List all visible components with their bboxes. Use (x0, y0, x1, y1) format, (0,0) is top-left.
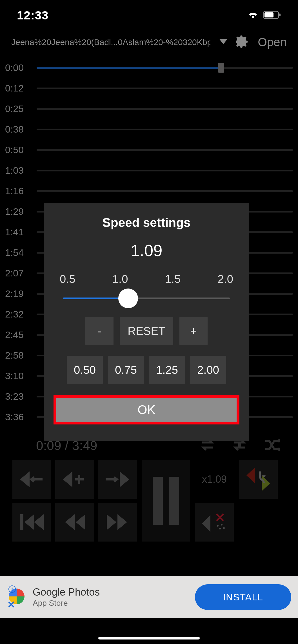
ad-install-button[interactable]: INSTALL (195, 584, 291, 610)
speed-settings-dialog: Speed settings 1.09 0.5 1.0 1.5 2.0 - RE… (44, 203, 249, 441)
battery-icon (263, 10, 281, 21)
speed-plus-button[interactable]: + (179, 317, 208, 345)
track-row[interactable]: 0:38 (5, 119, 293, 140)
track-time-label: 0:50 (5, 144, 30, 155)
tick-2: 1.5 (165, 273, 181, 285)
pause-bar-left (153, 477, 163, 525)
ad-info-icon[interactable]: i (8, 585, 16, 593)
track-time-label: 0:00 (5, 62, 30, 73)
tick-1: 1.0 (112, 273, 128, 285)
track-time-label: 2:45 (5, 329, 30, 340)
status-time: 12:33 (17, 9, 48, 22)
pause-button[interactable] (142, 460, 190, 542)
controls-panel: x1.09 (0, 454, 298, 542)
track-time-label: 3:36 (5, 412, 30, 422)
prev-track-button[interactable] (12, 503, 51, 542)
track-time-label: 0:25 (5, 103, 30, 114)
ad-subtitle: App Store (33, 599, 195, 608)
track-time-label: 2:07 (5, 268, 30, 279)
home-indicator[interactable] (98, 637, 200, 639)
gear-icon[interactable] (236, 35, 249, 49)
fast-forward-button[interactable] (98, 503, 137, 542)
ok-button[interactable]: OK (56, 398, 237, 422)
track-row[interactable]: 0:00 (5, 57, 293, 78)
track-slider[interactable] (37, 170, 293, 171)
track-time-label: 2:19 (5, 288, 30, 299)
track-time-label: 2:58 (5, 350, 30, 361)
speed-button[interactable]: x1.09 (195, 460, 234, 499)
track-time-label: 0:38 (5, 124, 30, 135)
svg-point-11 (219, 528, 221, 529)
mark-forward-button[interactable] (98, 460, 137, 499)
clear-marks-button[interactable] (195, 503, 234, 542)
slider-thumb[interactable] (118, 289, 138, 308)
track-time-label: 0:12 (5, 83, 30, 94)
slider-ticks: 0.5 1.0 1.5 2.0 (44, 260, 249, 285)
track-time-label: 1:16 (5, 185, 30, 196)
preset-3[interactable]: 2.00 (190, 356, 226, 384)
track-time-label: 1:29 (5, 206, 30, 217)
speed-reset-button[interactable]: RESET (120, 317, 173, 345)
preset-0[interactable]: 0.50 (67, 356, 103, 384)
tick-0: 0.5 (60, 273, 75, 285)
track-row[interactable]: 1:16 (5, 181, 293, 201)
svg-rect-7 (238, 443, 241, 447)
svg-rect-8 (20, 514, 23, 530)
preset-2[interactable]: 1.25 (149, 356, 185, 384)
mark-add-button[interactable] (55, 460, 94, 499)
shuffle-icon[interactable] (264, 437, 280, 454)
track-time-label: 3:10 (5, 370, 30, 381)
mark-back-button[interactable] (12, 460, 51, 499)
track-slider[interactable] (37, 67, 293, 69)
svg-rect-5 (264, 12, 273, 17)
track-time-label: 2:32 (5, 309, 30, 320)
swap-marks-button[interactable] (239, 460, 278, 499)
dialog-title: Speed settings (44, 203, 249, 230)
dropdown-icon[interactable] (219, 39, 227, 45)
track-time-label: 1:03 (5, 165, 30, 176)
svg-point-12 (223, 527, 225, 529)
track-slider[interactable] (37, 190, 293, 192)
track-slider[interactable] (37, 129, 293, 130)
tick-3: 2.0 (217, 273, 233, 285)
open-button[interactable]: Open (258, 35, 287, 49)
track-slider[interactable] (37, 88, 293, 89)
wifi-icon (247, 10, 259, 21)
ok-highlight: OK (54, 395, 239, 424)
speed-minus-button[interactable]: - (85, 317, 114, 345)
speed-value: 1.09 (44, 230, 249, 260)
track-slider[interactable] (37, 149, 293, 151)
svg-point-10 (221, 524, 223, 526)
svg-point-9 (217, 525, 219, 527)
track-slider[interactable] (37, 108, 293, 110)
speed-slider[interactable] (63, 293, 230, 304)
track-time-label: 1:41 (5, 227, 30, 238)
track-thumb[interactable] (218, 63, 224, 73)
track-row[interactable]: 1:03 (5, 160, 293, 181)
track-row[interactable]: 0:50 (5, 140, 293, 160)
status-icons (243, 10, 281, 21)
pause-bar-right (169, 477, 179, 525)
track-fill (37, 67, 221, 69)
ad-banner[interactable]: i ✕ Google Photos App Store INSTALL (0, 576, 298, 618)
ad-close-icon[interactable]: ✕ (7, 599, 15, 610)
svg-rect-6 (279, 14, 281, 16)
track-row[interactable]: 0:12 (5, 78, 293, 99)
ad-text: Google Photos App Store (33, 586, 195, 608)
track-time-label: 3:23 (5, 391, 30, 402)
track-row[interactable]: 0:25 (5, 99, 293, 119)
ad-title: Google Photos (33, 586, 195, 598)
rewind-button[interactable] (55, 503, 94, 542)
track-time-label: 1:54 (5, 247, 30, 258)
track-filename: Jeena%20Jeena%20(Badl...0Aslam%20-%20320… (11, 37, 210, 47)
preset-1[interactable]: 0.75 (108, 356, 144, 384)
app-header: Jeena%20Jeena%20(Badl...0Aslam%20-%20320… (0, 31, 298, 57)
status-bar: 12:33 (0, 0, 298, 31)
